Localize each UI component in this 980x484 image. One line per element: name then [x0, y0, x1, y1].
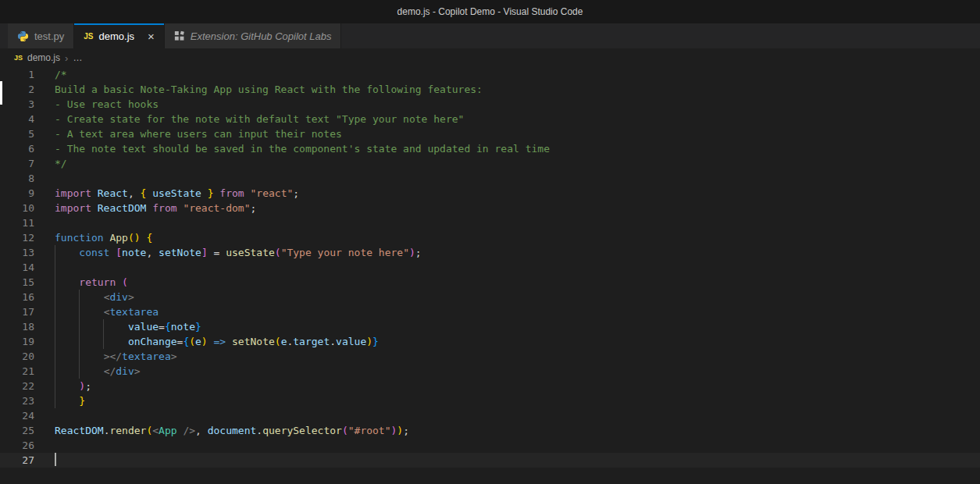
code-token: . [330, 336, 336, 347]
line-number[interactable]: 8 [0, 171, 34, 186]
line-number[interactable]: 3 [0, 97, 34, 112]
code-line[interactable]: 11 [0, 215, 980, 230]
code-line[interactable]: 21 </div> [0, 364, 980, 379]
editor[interactable]: 1/*2Build a basic Note-Taking App using … [0, 67, 980, 484]
code-line[interactable]: 24 [0, 408, 980, 423]
code-token: ) [366, 336, 372, 347]
code-token: - Create state for the note with default… [55, 113, 464, 125]
code-token: from [152, 202, 176, 214]
code-token: "Type your note here" [281, 247, 409, 258]
line-number[interactable]: 19 [0, 334, 34, 349]
code-token: ReactDOM [55, 425, 104, 436]
code-token: ( [275, 336, 281, 347]
code-token: } [195, 321, 201, 333]
code-token: e [195, 336, 201, 347]
line-number[interactable]: 1 [0, 67, 34, 82]
code-line[interactable]: 3- Use react hooks [0, 97, 980, 112]
line-number[interactable]: 7 [0, 156, 34, 171]
line-number[interactable]: 17 [0, 304, 34, 319]
line-number[interactable]: 13 [0, 245, 34, 260]
code-line[interactable]: 4- Create state for the note with defaul… [0, 112, 980, 126]
line-number[interactable]: 12 [0, 230, 34, 245]
line-number[interactable]: 6 [0, 141, 34, 156]
line-number[interactable]: 27 [0, 453, 34, 468]
line-number[interactable]: 22 [0, 379, 34, 393]
code-token: => [214, 336, 226, 347]
code-line[interactable]: 22 ); [0, 379, 980, 393]
code-token: "react-dom" [183, 202, 250, 214]
line-number[interactable]: 2 [0, 82, 34, 97]
code-token: - A text area where users can input thei… [55, 128, 342, 140]
code-area[interactable]: 1/*2Build a basic Note-Taking App using … [0, 67, 980, 468]
code-line[interactable]: 9import React, { useState } from "react"… [0, 186, 980, 201]
code-line[interactable]: 1/* [0, 67, 980, 82]
code-line[interactable]: 16 <div> [0, 290, 980, 304]
line-number[interactable]: 24 [0, 408, 34, 423]
code-line[interactable]: 19 onChange={(e) => setNote(e.target.val… [0, 334, 980, 349]
code-line[interactable]: 14 [0, 260, 980, 275]
code-line[interactable]: 10import ReactDOM from "react-dom"; [0, 201, 980, 215]
code-line[interactable]: 17 <textarea [0, 304, 980, 319]
code-line-content: </div> [34, 364, 141, 379]
code-token: > [171, 351, 177, 362]
code-token: ) [409, 247, 415, 258]
breadcrumb-ellipsis[interactable]: … [73, 52, 82, 63]
tab-demo-js[interactable]: JS demo.js × [74, 23, 165, 48]
code-line[interactable]: 6- The note text should be saved in the … [0, 141, 980, 156]
code-line[interactable]: 23 } [0, 393, 980, 408]
code-line[interactable]: 2Build a basic Note-Taking App using Rea… [0, 82, 980, 97]
code-token: /> [183, 425, 195, 436]
code-token: </ [104, 365, 116, 377]
line-number[interactable]: 26 [0, 438, 34, 453]
code-line[interactable]: 7*/ [0, 156, 980, 171]
code-token: ( [189, 336, 195, 347]
code-token: document [208, 425, 257, 436]
line-number[interactable]: 9 [0, 186, 34, 201]
tab-copilot-labs[interactable]: Extension: GitHub Copilot Labs [165, 23, 342, 48]
code-line-content: /* [34, 67, 67, 82]
line-number[interactable]: 14 [0, 260, 34, 275]
code-line[interactable]: 13 const [note, setNote] = useState("Typ… [0, 245, 980, 260]
code-line[interactable]: 5- A text area where users can input the… [0, 126, 980, 141]
code-line[interactable]: 25ReactDOM.render(<App />, document.quer… [0, 423, 980, 438]
line-number[interactable]: 4 [0, 112, 34, 126]
code-line[interactable]: 12function App() { [0, 230, 980, 245]
code-token: , [146, 247, 159, 258]
code-token [244, 187, 251, 199]
code-line-content [34, 215, 55, 230]
code-line-content: return ( [34, 275, 128, 290]
tab-test-py[interactable]: test.py [8, 23, 74, 48]
line-number[interactable]: 15 [0, 275, 34, 290]
close-icon[interactable]: × [148, 30, 155, 42]
code-token: value [336, 336, 366, 347]
line-number[interactable]: 16 [0, 290, 34, 304]
code-line-content: - Create state for the note with default… [34, 112, 464, 126]
code-token: querySelector [262, 425, 342, 436]
code-token: onChange [128, 336, 177, 347]
code-line-content: ReactDOM.render(<App />, document.queryS… [34, 423, 409, 438]
code-token: Build a basic Note-Taking App using Reac… [55, 84, 483, 95]
breadcrumb-file[interactable]: demo.js [27, 52, 60, 63]
code-line[interactable]: 27 [0, 453, 980, 468]
breadcrumb: JS demo.js › … [0, 48, 980, 67]
code-line[interactable]: 20 ></textarea> [0, 349, 980, 364]
line-number[interactable]: 25 [0, 423, 34, 438]
title-bar: demo.js - Copilot Demo - Visual Studio C… [0, 0, 980, 23]
line-number[interactable]: 23 [0, 393, 34, 408]
code-token: */ [55, 158, 67, 169]
line-number[interactable]: 18 [0, 319, 34, 334]
code-token: useState [152, 187, 201, 199]
js-icon: JS [14, 54, 23, 62]
code-line[interactable]: 18 value={note} [0, 319, 980, 334]
code-line[interactable]: 26 [0, 438, 980, 453]
line-number[interactable]: 21 [0, 364, 34, 379]
code-token: - Use react hooks [55, 98, 159, 110]
code-line[interactable]: 15 return ( [0, 275, 980, 290]
line-number[interactable]: 5 [0, 126, 34, 141]
code-line[interactable]: 8 [0, 171, 980, 186]
code-token: ( [275, 247, 281, 258]
line-number[interactable]: 20 [0, 349, 34, 364]
code-token: const [79, 247, 109, 258]
line-number[interactable]: 11 [0, 215, 34, 230]
line-number[interactable]: 10 [0, 201, 34, 215]
